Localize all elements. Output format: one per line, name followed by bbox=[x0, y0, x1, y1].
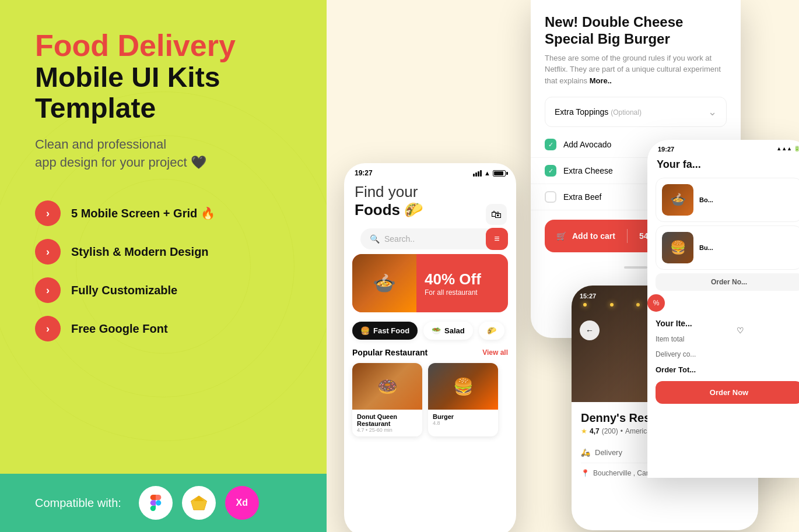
favorite-button[interactable]: ♡ bbox=[730, 320, 750, 340]
salad-icon: 🥗 bbox=[432, 326, 441, 335]
restaurant-card-1[interactable]: 🍩 Donut Queen Restaurant 4.7 • 25-60 min bbox=[352, 363, 422, 436]
title-mobile-ui: Mobile UI Kits Template bbox=[35, 62, 297, 124]
xd-icon: Xd bbox=[225, 486, 259, 520]
popular-header: Popular Restaurant View all bbox=[344, 344, 516, 361]
product-title: New! Double Cheese Special Big Burger bbox=[531, 0, 741, 52]
restaurant-image-1: 🍩 bbox=[352, 363, 422, 410]
checkbox-beef[interactable] bbox=[545, 191, 556, 203]
phone-header: Find your Foods 🌮 🛍 bbox=[344, 181, 516, 225]
checkbox-avocado[interactable]: ✓ bbox=[545, 139, 556, 150]
signal-icon-4: ▲▲▲ bbox=[776, 146, 792, 153]
signal-icon bbox=[473, 170, 482, 177]
battery-icon-4: 🔋 bbox=[794, 146, 799, 153]
chevron-down-icon: ⌄ bbox=[708, 105, 717, 118]
status-bar-3: 15:27 ▲▲▲▲ ▲ bbox=[572, 293, 758, 300]
restaurant-card-2[interactable]: 🍔 Burger 4.8 bbox=[428, 363, 498, 436]
sketch-icon bbox=[182, 486, 216, 520]
food-thumbnail-2: 🍔 bbox=[662, 232, 693, 263]
order-item-1[interactable]: 🍲 Bo... bbox=[656, 178, 799, 222]
order-item-2[interactable]: 🍔 Bu... bbox=[656, 226, 799, 270]
promo-image: 🍲 bbox=[352, 254, 416, 312]
delivery-cost-row: Delivery co... bbox=[647, 347, 799, 362]
category-salad[interactable]: 🥗 Salad bbox=[423, 322, 473, 340]
location-pin-icon: 📍 bbox=[581, 469, 590, 477]
feature-custom: › Fully Customizable bbox=[35, 277, 297, 303]
promo-text: 40% Off For all restaurant bbox=[416, 263, 489, 304]
phone-food-app: 19:27 ▲ Find your Foods 🌮 🛍 🔍 Search.. bbox=[344, 163, 516, 532]
back-button[interactable]: ← bbox=[580, 320, 600, 340]
fastfood-icon: 🍔 bbox=[360, 326, 370, 335]
category-more[interactable]: 🌮 bbox=[479, 322, 504, 340]
your-favorites-label: Your fa... bbox=[647, 155, 799, 174]
restaurant-image-2: 🍔 bbox=[428, 363, 498, 410]
promo-banner: 🍲 40% Off For all restaurant bbox=[352, 254, 508, 312]
search-icon: 🔍 bbox=[370, 234, 380, 244]
view-all-link[interactable]: View all bbox=[482, 348, 508, 357]
battery-icon-3 bbox=[740, 294, 750, 299]
star-icon: ★ bbox=[581, 427, 587, 435]
product-desc: These are some of the ground rules if yo… bbox=[531, 52, 741, 93]
feature-icon-font: › bbox=[35, 316, 61, 341]
cart-icon: 🛒 bbox=[556, 231, 566, 241]
feature-list: › 5 Mobile Screen + Grid 🔥 › Stylish & M… bbox=[35, 200, 297, 341]
popular-label: Popular Restaurant bbox=[352, 348, 427, 357]
left-panel: Food Delivery Mobile UI Kits Template Cl… bbox=[0, 0, 327, 532]
checkbox-cheese[interactable]: ✓ bbox=[545, 165, 556, 177]
bottom-indicator bbox=[624, 266, 647, 269]
delivery-bike-icon: 🛵 bbox=[581, 448, 590, 457]
food-name-1: Bo... bbox=[699, 196, 713, 203]
food-thumbnail-1: 🍲 bbox=[662, 184, 693, 216]
compat-label: Compatible with: bbox=[35, 496, 121, 510]
phone-order-cart: 19:27 ▲▲▲ 🔋 Your fa... 🍲 Bo... 🍔 Bu... O… bbox=[647, 140, 799, 478]
signal-icon-3: ▲▲▲▲ bbox=[706, 293, 730, 300]
feature-design: › Stylish & Modern Design bbox=[35, 239, 297, 265]
subtitle-text: Clean and professionalapp design for you… bbox=[35, 136, 297, 172]
feature-icon-custom: › bbox=[35, 277, 61, 303]
food-name-2: Bu... bbox=[699, 244, 713, 251]
category-fastfood[interactable]: 🍔 Fast Food bbox=[352, 322, 418, 340]
search-container: 🔍 Search.. ≡ bbox=[352, 228, 508, 249]
order-now-button[interactable]: Order Now bbox=[656, 381, 799, 404]
status-bar-4: 19:27 ▲▲▲ 🔋 bbox=[647, 140, 799, 155]
item-total-row: Item total bbox=[647, 332, 799, 347]
order-total-row: Order Tot... bbox=[647, 362, 799, 378]
category-row: 🍔 Fast Food 🥗 Salad 🌮 bbox=[344, 317, 516, 344]
bottom-bar: Compatible with: Xd bbox=[0, 474, 327, 532]
feature-icon-screens: › bbox=[35, 200, 61, 226]
feature-font: › Free Google Font bbox=[35, 316, 297, 341]
wifi-icon-3: ▲ bbox=[731, 293, 737, 300]
right-panel: New! Double Cheese Special Big Burger Th… bbox=[327, 0, 799, 532]
order-now-mini[interactable]: Order No... bbox=[656, 273, 799, 291]
status-bar-1: 19:27 ▲ bbox=[344, 163, 516, 181]
feature-icon-design: › bbox=[35, 239, 61, 265]
battery-icon bbox=[493, 170, 506, 177]
wifi-icon: ▲ bbox=[484, 170, 490, 177]
toppings-dropdown[interactable]: Extra Toppings (Optional) ⌄ bbox=[545, 97, 727, 127]
more-food-icon: 🌮 bbox=[487, 326, 496, 335]
search-input[interactable]: 🔍 Search.. bbox=[360, 228, 500, 249]
your-items-label: Your Ite... bbox=[647, 315, 799, 332]
feature-screens: › 5 Mobile Screen + Grid 🔥 bbox=[35, 200, 297, 226]
title-food-delivery: Food Delivery bbox=[35, 29, 297, 62]
cart-header-button[interactable]: 🛍 bbox=[486, 204, 507, 225]
toppings-label: Extra Toppings (Optional) bbox=[555, 107, 642, 117]
figma-icon bbox=[139, 486, 173, 520]
restaurant-row: 🍩 Donut Queen Restaurant 4.7 • 25-60 min… bbox=[344, 361, 516, 439]
filter-button[interactable]: ≡ bbox=[486, 228, 508, 250]
more-link[interactable]: More.. bbox=[590, 76, 612, 85]
